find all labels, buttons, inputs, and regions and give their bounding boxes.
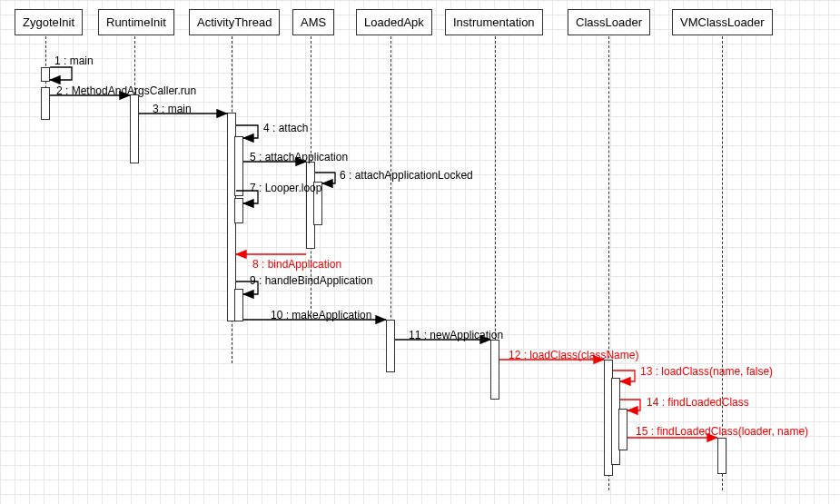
msg-10: 10 : makeApplication bbox=[271, 309, 371, 321]
msg-6: 6 : attachApplicationLocked bbox=[340, 169, 473, 182]
msg-12: 12 : loadClass(className) bbox=[509, 349, 638, 361]
activation-activity-attach bbox=[234, 136, 243, 196]
msg-2: 2 : MethodAndArgsCaller.run bbox=[56, 84, 196, 97]
msg-4: 4 : attach bbox=[263, 122, 308, 134]
activation-loadedapk bbox=[386, 320, 395, 372]
msg-14: 14 : findLoadedClass bbox=[647, 396, 749, 409]
activation-zygote-1 bbox=[41, 67, 50, 82]
participant-loadedapk: LoadedApk bbox=[356, 9, 432, 35]
msg-8: 8 : bindApplication bbox=[252, 258, 341, 271]
activation-runtime bbox=[130, 94, 139, 163]
participant-runtime: RuntimeInit bbox=[98, 9, 174, 35]
msg-1: 1 : main bbox=[54, 54, 94, 67]
activation-zygote-2 bbox=[41, 87, 50, 120]
lifeline-vmclassloader bbox=[722, 36, 723, 490]
msg-3: 3 : main bbox=[153, 103, 192, 115]
participant-instrumentation: Instrumentation bbox=[445, 9, 543, 35]
participant-ams: AMS bbox=[292, 9, 334, 35]
msg-7: 7 : Looper.loop bbox=[250, 182, 321, 194]
msg-9: 9 : handleBindApplication bbox=[250, 274, 372, 287]
activation-vmclassloader bbox=[717, 438, 726, 474]
participant-activity: ActivityThread bbox=[189, 9, 280, 35]
activation-instrumentation bbox=[490, 340, 499, 400]
msg-13: 13 : loadClass(name, false) bbox=[640, 365, 773, 378]
activation-activity-bind bbox=[234, 289, 243, 321]
msg-15: 15 : findLoadedClass(loader, name) bbox=[636, 425, 808, 438]
msg-11: 11 : newApplication bbox=[409, 329, 503, 341]
activation-classloader-3 bbox=[618, 409, 628, 450]
activation-activity-loop bbox=[234, 198, 243, 223]
participant-zygote: ZygoteInit bbox=[15, 9, 83, 35]
participant-classloader: ClassLoader bbox=[568, 9, 650, 35]
participant-vmclassloader: VMClassLoader bbox=[672, 9, 773, 35]
msg-5: 5 : attachApplication bbox=[250, 151, 348, 163]
